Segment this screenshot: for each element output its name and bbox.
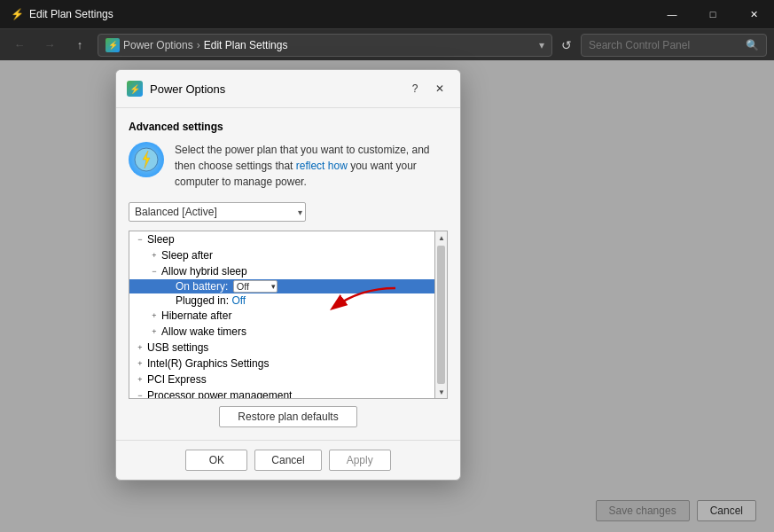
tree-label-wake-timers: Allow wake timers	[161, 325, 246, 338]
modal-overlay: ⚡ Power Options ? ✕ Advanced settings	[0, 60, 774, 532]
description-text: Select the power plan that you want to c…	[175, 142, 448, 190]
address-bar: ← → ↑ ⚡ Power Options › Edit Plan Settin…	[0, 28, 774, 60]
close-button[interactable]: ✕	[733, 0, 774, 28]
modal-help-button[interactable]: ?	[405, 79, 425, 98]
tree-item-sleep-after[interactable]: + Sleep after	[129, 247, 447, 263]
ok-button[interactable]: OK	[185, 450, 247, 471]
tree-item-on-battery[interactable]: On battery: Off On	[129, 279, 447, 293]
expand-processor[interactable]: −	[133, 388, 147, 399]
apply-button[interactable]: Apply	[329, 450, 391, 471]
tree-label-sleep-after: Sleep after	[161, 249, 213, 262]
scroll-down[interactable]: ▼	[435, 386, 448, 398]
tree-label-sleep: Sleep	[147, 233, 175, 246]
battery-select-wrap[interactable]: Off On	[233, 280, 278, 293]
modal-title-text: Power Options	[150, 82, 225, 96]
power-options-dialog: ⚡ Power Options ? ✕ Advanced settings	[115, 69, 461, 481]
search-input[interactable]	[589, 39, 740, 51]
expand-sleep[interactable]: −	[133, 232, 147, 246]
tree-label-on-battery: On battery:	[176, 280, 231, 293]
forward-button[interactable]: →	[37, 33, 62, 58]
tree-label-plugged-in: Plugged in:	[176, 294, 231, 307]
modal-title-icon: ⚡	[127, 81, 143, 97]
description-row: Select the power plan that you want to c…	[129, 142, 448, 190]
expand-intel-graphics[interactable]: +	[133, 356, 147, 371]
battery-select[interactable]: Off On	[233, 280, 278, 293]
restore-btn-row: Restore plan defaults	[129, 406, 448, 427]
up-button[interactable]: ↑	[67, 33, 92, 58]
refresh-button[interactable]: ↺	[558, 35, 575, 56]
tree-label-pci: PCI Express	[147, 373, 207, 386]
scroll-up[interactable]: ▲	[435, 231, 448, 244]
cancel-button[interactable]: Cancel	[254, 450, 321, 471]
tree-item-pci[interactable]: + PCI Express	[129, 372, 447, 387]
window-title-text: Edit Plan Settings	[29, 8, 113, 20]
tree-item-hibernate[interactable]: + Hibernate after	[129, 308, 447, 324]
restore-plan-defaults-button[interactable]: Restore plan defaults	[219, 406, 356, 427]
tree-label-processor: Processor power management	[147, 389, 292, 399]
tree-container[interactable]: − Sleep + Sleep after − Allow hybrid sle…	[129, 231, 448, 399]
tree-label-hybrid-sleep: Allow hybrid sleep	[161, 265, 247, 278]
path-segment-1: Power Options	[123, 39, 193, 51]
expand-wake-timers[interactable]: +	[147, 325, 161, 339]
tree-label-usb: USB settings	[147, 341, 208, 354]
modal-footer: OK Cancel Apply	[116, 440, 460, 480]
plan-select-wrap[interactable]: Balanced [Active] Power saver High perfo…	[129, 202, 306, 222]
path-icon: ⚡	[106, 38, 120, 52]
plugged-in-value: Off	[231, 294, 246, 307]
plan-dropdown-row: Balanced [Active] Power saver High perfo…	[129, 202, 448, 222]
address-path[interactable]: ⚡ Power Options › Edit Plan Settings ▾	[98, 34, 552, 57]
expand-hybrid-sleep[interactable]: −	[147, 264, 161, 278]
expand-hibernate[interactable]: +	[147, 309, 161, 323]
tree-item-plugged-in[interactable]: Plugged in: Off	[129, 293, 447, 308]
tree-item-intel-graphics[interactable]: + Intel(R) Graphics Settings	[129, 356, 447, 372]
tree-scrollbar[interactable]: ▲ ▼	[434, 231, 447, 398]
path-segment-2: Edit Plan Settings	[204, 39, 288, 51]
path-separator: ›	[197, 39, 200, 51]
tree-item-wake-timers[interactable]: + Allow wake timers	[129, 324, 447, 340]
tree-item-sleep[interactable]: − Sleep	[129, 231, 447, 247]
search-icon: 🔍	[746, 39, 759, 51]
maximize-button[interactable]: □	[692, 0, 733, 28]
tree-item-processor[interactable]: − Processor power management	[129, 387, 447, 399]
expand-pci[interactable]: +	[133, 372, 147, 387]
tree-item-usb[interactable]: + USB settings	[129, 340, 447, 356]
modal-title: ⚡ Power Options	[127, 81, 225, 97]
plan-select[interactable]: Balanced [Active] Power saver High perfo…	[129, 202, 306, 222]
tree-item-hybrid-sleep[interactable]: − Allow hybrid sleep	[129, 263, 447, 279]
tree-label-hibernate: Hibernate after	[161, 309, 231, 322]
expand-sleep-after[interactable]: +	[147, 248, 161, 262]
tree-label-intel-graphics: Intel(R) Graphics Settings	[147, 357, 269, 370]
modal-title-bar: ⚡ Power Options ? ✕	[116, 70, 460, 108]
scroll-thumb[interactable]	[437, 246, 445, 384]
window-title: ⚡ Edit Plan Settings	[11, 8, 113, 20]
minimize-button[interactable]: —	[652, 0, 692, 28]
advanced-settings-label: Advanced settings	[129, 121, 448, 133]
search-box[interactable]: 🔍	[581, 34, 767, 57]
window-icon: ⚡	[11, 8, 24, 20]
main-content: Plugged in 15 minutes ▾ 30 minutes Save …	[0, 60, 774, 532]
window-controls: — □ ✕	[652, 0, 774, 28]
modal-close-button[interactable]: ✕	[430, 79, 450, 98]
path-dropdown-button[interactable]: ▾	[539, 39, 544, 51]
power-icon	[129, 142, 164, 177]
expand-usb[interactable]: +	[133, 340, 147, 355]
title-bar: ⚡ Edit Plan Settings — □ ✕	[0, 0, 774, 28]
modal-header-buttons: ? ✕	[405, 79, 450, 98]
modal-body: Advanced settings Select the power plan …	[116, 108, 460, 440]
back-button[interactable]: ←	[7, 33, 32, 58]
